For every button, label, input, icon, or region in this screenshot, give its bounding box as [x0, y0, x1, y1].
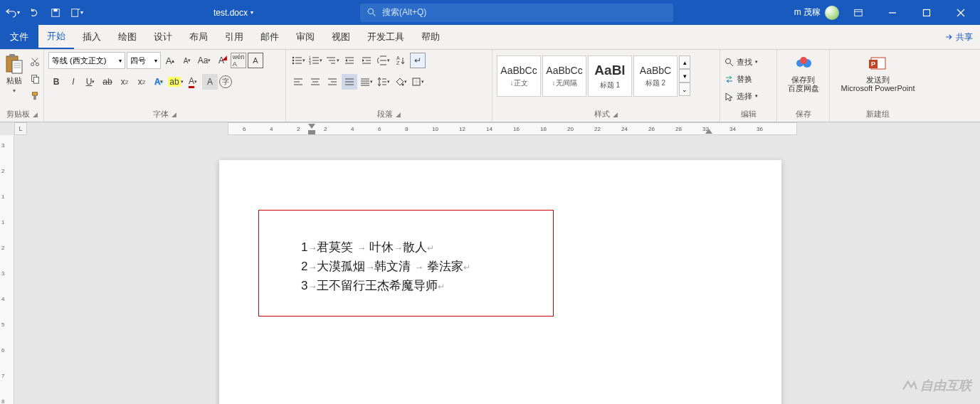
borders-button[interactable]: ▾	[410, 74, 426, 90]
increase-indent-button[interactable]	[359, 53, 374, 68]
tab-引用[interactable]: 引用	[216, 25, 252, 49]
redo-button[interactable]	[26, 4, 43, 21]
bold-button[interactable]: B	[48, 74, 64, 90]
sort-button[interactable]: AZ	[393, 53, 409, 68]
dialog-launcher-icon[interactable]: ◢	[613, 111, 618, 118]
close-button[interactable]	[946, 0, 976, 25]
format-painter-button[interactable]	[27, 88, 43, 104]
cut-button[interactable]	[27, 54, 43, 70]
italic-button[interactable]: I	[65, 74, 81, 90]
align-center-button[interactable]	[307, 74, 323, 90]
character-border-button[interactable]: A	[248, 53, 263, 68]
styles-up-button[interactable]: ▴	[679, 55, 690, 69]
font-size-combo[interactable]: 四号▾	[127, 52, 161, 69]
tab-开发工具[interactable]: 开发工具	[359, 25, 413, 49]
subscript-button[interactable]: x2	[117, 74, 132, 90]
maximize-button[interactable]	[912, 0, 942, 25]
select-button[interactable]: 选择▾	[725, 88, 758, 104]
copy-button[interactable]	[27, 71, 43, 87]
change-case-button[interactable]: Aa▾	[196, 53, 212, 68]
tab-帮助[interactable]: 帮助	[413, 25, 448, 49]
touch-mode-button[interactable]: ▾	[68, 4, 85, 21]
group-styles: AaBbCc↓正文AaBbCc↓无间隔AaBl标题 1AaBbC标题 2▴▾⌄ …	[492, 50, 720, 122]
ribbon-options-button[interactable]	[843, 0, 873, 25]
replace-icon	[725, 75, 734, 84]
replace-button[interactable]: 替换	[725, 71, 758, 87]
save-button[interactable]	[47, 4, 64, 21]
watermark: 自由互联	[902, 377, 971, 394]
line-spacing-button[interactable]: ▾	[376, 74, 391, 90]
decrease-indent-button[interactable]	[342, 53, 357, 68]
tab-审阅[interactable]: 审阅	[288, 25, 323, 49]
style-↓正文[interactable]: AaBbCc↓正文	[497, 55, 541, 97]
justify-button[interactable]	[342, 74, 357, 90]
font-color-button[interactable]: A▾	[185, 74, 201, 90]
align-left-button[interactable]	[290, 74, 306, 90]
superscript-button[interactable]: x2	[134, 74, 149, 90]
user-name-text: m 茂稼	[794, 6, 821, 18]
tab-布局[interactable]: 布局	[181, 25, 216, 49]
bullets-button[interactable]: ▾	[290, 53, 306, 68]
highlight-button[interactable]: ab▾	[168, 74, 184, 90]
paste-button[interactable]: 粘贴 ▾	[4, 51, 24, 94]
enclose-characters-button[interactable]: 字	[219, 75, 232, 88]
dialog-launcher-icon[interactable]: ◢	[172, 111, 176, 118]
svg-point-16	[31, 63, 33, 65]
document-body-text[interactable]: 1→君莫笑 → 叶休→散人↵2→大漠孤烟→韩文清 → 拳法家↵3→王不留行王杰希…	[301, 238, 470, 296]
document-line[interactable]: 2→大漠孤烟→韩文清 → 拳法家↵	[301, 257, 470, 277]
tab-开始[interactable]: 开始	[38, 25, 74, 49]
save-to-baidu-button[interactable]: 保存到 百度网盘	[781, 51, 825, 92]
tab-视图[interactable]: 视图	[323, 25, 359, 49]
user-account[interactable]: m 茂稼	[794, 6, 839, 20]
document-page[interactable]: 1→君莫笑 → 叶休→散人↵2→大漠孤烟→韩文清 → 拳法家↵3→王不留行王杰希…	[219, 160, 781, 404]
numbering-button[interactable]: 123▾	[307, 53, 323, 68]
underline-button[interactable]: U▾	[83, 74, 98, 90]
svg-point-3	[368, 9, 373, 14]
font-family-combo[interactable]: 等线 (西文正文)▾	[48, 52, 125, 69]
vertical-ruler[interactable]: 32112345678	[0, 135, 14, 404]
styles-more-button[interactable]: ⌄	[679, 83, 690, 96]
shrink-font-button[interactable]: A▾	[179, 53, 195, 68]
minimize-button[interactable]	[878, 0, 907, 25]
find-button[interactable]: 查找▾	[725, 54, 758, 70]
share-button[interactable]: 共享	[937, 31, 980, 43]
phonetic-guide-button[interactable]: wénA	[231, 53, 246, 68]
asian-layout-button[interactable]: ▾	[376, 53, 391, 68]
styles-down-button[interactable]: ▾	[679, 69, 690, 83]
send-to-powerpoint-button[interactable]: P 发送到 Microsoft PowerPoint	[834, 51, 922, 92]
svg-point-28	[292, 62, 294, 64]
text-effects-button[interactable]: A▾	[151, 74, 167, 90]
character-shading-button[interactable]: A	[202, 74, 218, 90]
grow-font-button[interactable]: A▴	[162, 53, 178, 68]
search-placeholder: 搜索(Alt+Q)	[382, 6, 426, 18]
tab-设计[interactable]: 设计	[145, 25, 181, 49]
document-line[interactable]: 3→王不留行王杰希魔导师↵	[301, 277, 470, 296]
strikethrough-button[interactable]: ab	[100, 74, 115, 90]
svg-rect-2	[72, 9, 78, 16]
style-标题 1[interactable]: AaBl标题 1	[588, 55, 632, 97]
search-box[interactable]: 搜索(Alt+Q)	[360, 4, 673, 22]
cloud-icon	[794, 54, 813, 74]
shading-button[interactable]: ▾	[393, 74, 409, 90]
horizontal-ruler[interactable]: 642246810121416182022242628323436	[228, 122, 797, 135]
undo-button[interactable]: ▾	[4, 4, 21, 21]
distributed-button[interactable]: ▾	[359, 74, 374, 90]
multilevel-list-button[interactable]: ▾	[325, 53, 340, 68]
cursor-icon	[725, 92, 734, 101]
group-new: P 发送到 Microsoft PowerPoint 新建组	[830, 50, 926, 122]
workspace: 32112345678 1→君莫笑 → 叶休→散人↵2→大漠孤烟→韩文清 → 拳…	[0, 135, 980, 404]
document-line[interactable]: 1→君莫笑 → 叶休→散人↵	[301, 238, 470, 257]
tab-邮件[interactable]: 邮件	[252, 25, 288, 49]
tab-selector[interactable]: L	[14, 122, 27, 135]
tab-插入[interactable]: 插入	[74, 25, 110, 49]
clear-formatting-button[interactable]: A◢	[214, 53, 229, 68]
dialog-launcher-icon[interactable]: ◢	[33, 111, 38, 118]
align-right-button[interactable]	[325, 74, 340, 90]
tab-file[interactable]: 文件	[0, 25, 38, 49]
style-↓无间隔[interactable]: AaBbCc↓无间隔	[542, 55, 586, 97]
tab-绘图[interactable]: 绘图	[110, 25, 145, 49]
chevron-down-icon[interactable]: ▾	[251, 9, 253, 16]
show-marks-button[interactable]: ↵	[410, 53, 426, 68]
dialog-launcher-icon[interactable]: ◢	[396, 111, 401, 118]
style-标题 2[interactable]: AaBbC标题 2	[633, 55, 678, 97]
